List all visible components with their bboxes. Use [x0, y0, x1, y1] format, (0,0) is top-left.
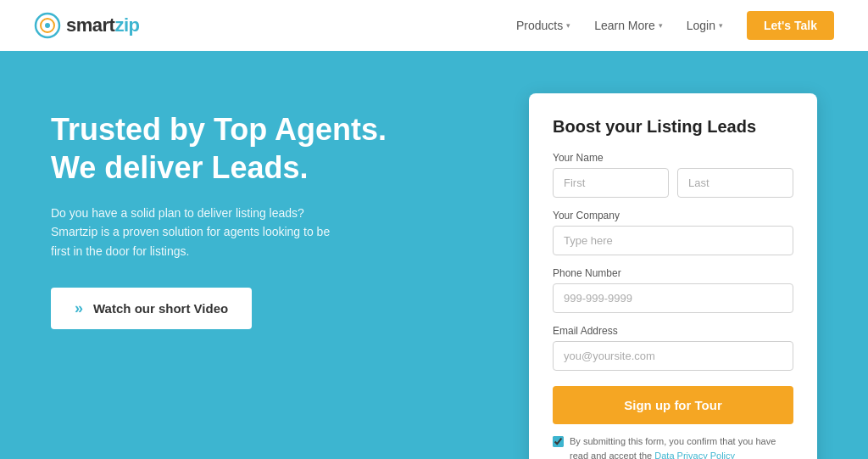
form-footer: By submitting this form, you confirm tha… — [553, 434, 793, 459]
logo-zip: zip — [114, 14, 139, 36]
phone-label: Phone Number — [553, 267, 793, 279]
privacy-policy-link[interactable]: Data Privacy Policy — [654, 451, 735, 460]
last-name-input[interactable] — [677, 168, 793, 198]
logo-icon — [34, 12, 61, 39]
hero-description: Do you have a solid plan to deliver list… — [51, 204, 339, 260]
products-chevron-icon: ▾ — [566, 21, 570, 30]
phone-input[interactable] — [553, 283, 793, 313]
logo-smart: smart — [66, 14, 114, 36]
learn-more-chevron-icon: ▾ — [659, 21, 663, 30]
navbar: smartzip Products ▾ Learn More ▾ Login ▾… — [0, 0, 868, 51]
chevrons-right-icon: » — [75, 299, 83, 317]
lets-talk-button[interactable]: Let's Talk — [747, 11, 834, 40]
signup-button[interactable]: Sign up for Tour — [553, 386, 793, 424]
company-group: Your Company — [553, 210, 793, 255]
privacy-checkbox[interactable] — [553, 436, 564, 447]
logo: smartzip — [34, 12, 139, 39]
nav-login[interactable]: Login ▾ — [687, 19, 723, 32]
hero-title: Trusted by Top Agents. We deliver Leads. — [51, 110, 495, 187]
lead-form-card: Boost your Listing Leads Your Name Your … — [529, 93, 817, 459]
form-title: Boost your Listing Leads — [553, 117, 793, 137]
email-group: Email Address — [553, 325, 793, 371]
login-chevron-icon: ▾ — [719, 21, 723, 30]
hero-section: Trusted by Top Agents. We deliver Leads.… — [0, 51, 868, 459]
name-group: Your Name — [553, 152, 793, 198]
hero-left: Trusted by Top Agents. We deliver Leads.… — [51, 93, 495, 329]
nav-learn-more[interactable]: Learn More ▾ — [594, 19, 663, 32]
svg-point-2 — [45, 23, 50, 28]
watch-video-button[interactable]: » Watch our short Video — [51, 288, 252, 329]
company-input[interactable] — [553, 226, 793, 255]
email-label: Email Address — [553, 325, 793, 337]
name-label: Your Name — [553, 152, 793, 164]
nav-products[interactable]: Products ▾ — [516, 19, 570, 32]
email-input[interactable] — [553, 341, 793, 371]
first-name-input[interactable] — [553, 168, 669, 198]
phone-group: Phone Number — [553, 267, 793, 313]
name-row — [553, 168, 793, 198]
company-label: Your Company — [553, 210, 793, 221]
nav-links: Products ▾ Learn More ▾ Login ▾ Let's Ta… — [516, 11, 834, 40]
